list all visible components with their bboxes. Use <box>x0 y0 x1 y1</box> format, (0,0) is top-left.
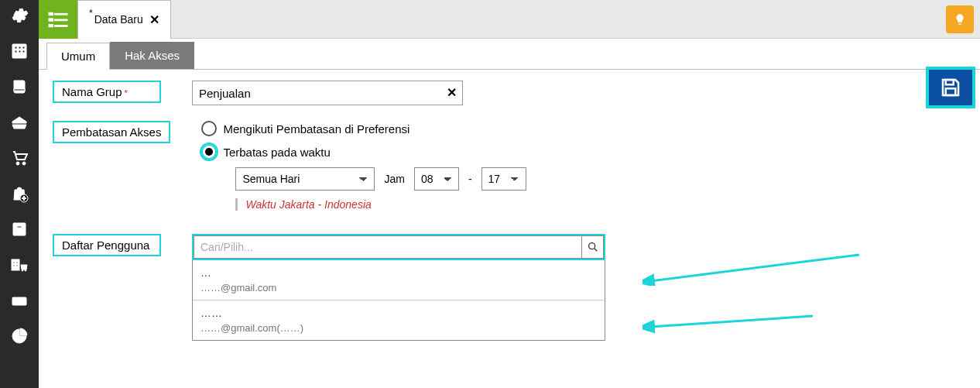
user-dropdown-list: … ……@gmail.com …… ……@gmail.com(……) <box>192 260 605 341</box>
svg-rect-4 <box>19 50 21 53</box>
book-icon[interactable] <box>9 76 30 98</box>
gear-icon[interactable] <box>9 5 30 26</box>
svg-rect-26 <box>49 24 53 26</box>
radio-option-terbatas[interactable]: Terbatas pada waktu <box>201 144 526 160</box>
user-search-input[interactable] <box>194 235 582 259</box>
svg-rect-1 <box>15 46 17 49</box>
svg-point-19 <box>25 270 26 271</box>
archive-icon[interactable] <box>9 218 30 240</box>
tab-hak-akses[interactable]: Hak Akses <box>110 42 194 69</box>
save-button[interactable] <box>926 67 975 108</box>
svg-point-8 <box>16 162 19 165</box>
radio-label: Mengikuti Pembatasan di Preferensi <box>223 122 409 136</box>
clear-icon[interactable]: ✕ <box>447 85 457 100</box>
hint-bulb-button[interactable] <box>946 5 974 33</box>
svg-rect-24 <box>49 18 53 20</box>
svg-rect-14 <box>13 262 15 263</box>
svg-rect-16 <box>13 265 15 266</box>
svg-rect-23 <box>55 13 67 15</box>
cart-icon[interactable] <box>9 147 30 169</box>
module-icon-button[interactable] <box>39 0 77 39</box>
nama-grup-input[interactable] <box>192 81 463 105</box>
tab-umum[interactable]: Umum <box>46 43 110 70</box>
svg-rect-6 <box>22 50 25 53</box>
svg-rect-12 <box>17 226 22 228</box>
svg-rect-11 <box>13 223 26 235</box>
dirty-indicator: * <box>89 8 93 19</box>
hour-to-select[interactable]: 17 <box>481 167 526 191</box>
svg-text:TAX: TAX <box>14 299 25 304</box>
svg-rect-7 <box>14 89 25 91</box>
label-pembatasan-akses: Pembatasan Akses <box>53 121 170 143</box>
svg-rect-31 <box>946 88 956 95</box>
radio-label: Terbatas pada waktu <box>223 146 330 159</box>
svg-rect-5 <box>22 46 25 49</box>
time-separator: - <box>468 173 472 185</box>
list-item[interactable]: …… ……@gmail.com(……) <box>193 300 605 340</box>
tab-title: Data Baru <box>94 13 143 26</box>
svg-rect-25 <box>55 19 67 21</box>
label-nama-grup: Nama Grup* <box>53 81 161 103</box>
timezone-note: Waktu Jakarta - Indonesia <box>235 198 526 211</box>
svg-point-28 <box>588 243 595 249</box>
svg-rect-2 <box>19 46 21 49</box>
search-button[interactable] <box>582 235 604 259</box>
bag-plus-icon[interactable] <box>9 183 30 204</box>
close-icon[interactable]: ✕ <box>149 12 159 27</box>
company-icon[interactable] <box>9 40 30 62</box>
svg-rect-3 <box>15 50 17 53</box>
day-select[interactable]: Semua Hari <box>235 167 375 191</box>
svg-point-9 <box>22 162 26 165</box>
svg-point-18 <box>22 270 23 271</box>
pie-chart-icon[interactable] <box>9 325 30 347</box>
list-item[interactable]: … ……@gmail.com <box>193 260 605 300</box>
left-navigation-rail: TAX <box>0 0 39 388</box>
svg-rect-15 <box>16 262 18 263</box>
tax-icon[interactable]: TAX <box>9 290 30 311</box>
label-daftar-pengguna: Daftar Pengguna <box>53 234 161 256</box>
radio-option-preferensi[interactable]: Mengikuti Pembatasan di Preferensi <box>201 121 526 136</box>
svg-line-29 <box>595 249 597 251</box>
svg-rect-27 <box>55 25 67 26</box>
asset-icon[interactable] <box>9 254 30 276</box>
hour-from-select[interactable]: 08 <box>414 167 459 191</box>
sub-tab-bar: Umum Hak Akses <box>39 39 980 70</box>
wallet-icon[interactable] <box>9 112 30 133</box>
svg-rect-30 <box>946 80 954 84</box>
jam-label: Jam <box>384 173 404 185</box>
document-tab[interactable]: * Data Baru ✕ <box>77 0 171 39</box>
tab-strip: * Data Baru ✕ <box>39 0 980 39</box>
svg-rect-22 <box>49 12 53 15</box>
form-area: Umum Hak Akses Nama Grup* ✕ Pembatasan A… <box>39 39 980 388</box>
svg-rect-17 <box>16 265 18 266</box>
